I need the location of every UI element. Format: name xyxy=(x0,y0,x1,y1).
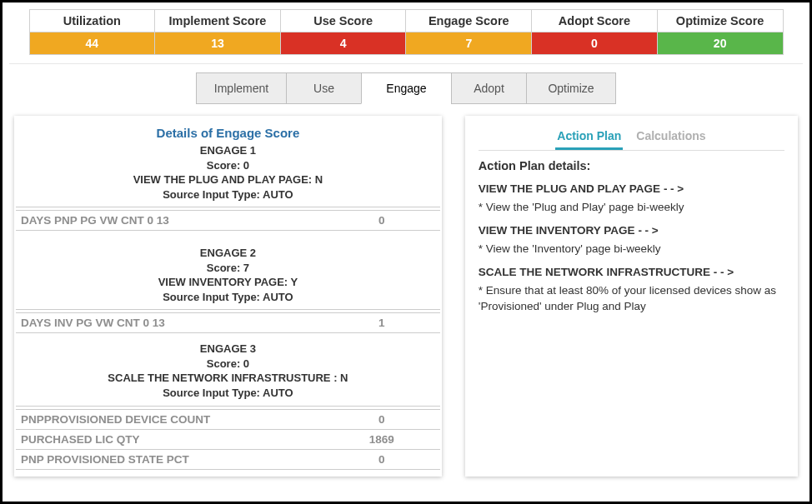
engage2-source: Source Input Type: AUTO xyxy=(16,290,440,305)
tab-use[interactable]: Use xyxy=(286,72,361,104)
metric-value: 1869 xyxy=(332,433,432,446)
action-plan-body-3: * Ensure that at least 80% of your licen… xyxy=(479,283,784,315)
tab-implement[interactable]: Implement xyxy=(196,72,286,104)
engage-details-title: Details of Engage Score xyxy=(16,126,440,140)
score-header-implement: Implement Score xyxy=(155,10,281,32)
score-value-adopt: 0 xyxy=(532,32,658,55)
score-value-implement: 13 xyxy=(155,32,281,55)
divider xyxy=(9,63,803,64)
score-header-optimize: Optimize Score xyxy=(657,10,783,32)
right-tabs: Action Plan Calculations xyxy=(479,126,784,151)
metric-name: DAYS INV PG VW CNT 0 13 xyxy=(21,317,332,329)
score-header-adopt: Adopt Score xyxy=(532,10,658,32)
engage1-source: Source Input Type: AUTO xyxy=(16,187,440,202)
action-plan-head-2: VIEW THE INVENTORY PAGE - - > xyxy=(479,224,784,237)
action-plan-panel: Action Plan Calculations Action Plan det… xyxy=(465,116,798,477)
action-plan-body-2: * View the 'Inventory' page bi-weekly xyxy=(479,242,784,257)
metric-name: DAYS PNP PG VW CNT 0 13 xyxy=(21,214,332,227)
metric-value: 0 xyxy=(332,453,432,466)
score-value-optimize: 20 xyxy=(657,32,783,55)
metric-row: PURCHASED LIC QTY 1869 xyxy=(16,430,440,450)
engage2-desc: VIEW INVENTORY PAGE: Y xyxy=(16,275,440,290)
phase-tabs: Implement Use Engage Adopt Optimize xyxy=(9,72,803,104)
divider xyxy=(16,207,440,207)
score-header-use: Use Score xyxy=(280,10,406,32)
engage2-name: ENGAGE 2 xyxy=(16,246,440,261)
metric-row: PNP PROVISIONED STATE PCT 0 xyxy=(16,450,440,470)
tab-optimize[interactable]: Optimize xyxy=(526,72,616,104)
engage3-desc: SCALE THE NETWORK INFRASTRUSTURE : N xyxy=(16,371,440,386)
score-value-utilization: 44 xyxy=(29,32,155,55)
engage-section-1: ENGAGE 1 Score: 0 VIEW THE PLUG AND PLAY… xyxy=(16,143,440,202)
tab-calculations[interactable]: Calculations xyxy=(634,126,707,150)
engage3-score: Score: 0 xyxy=(16,357,440,372)
engage1-score: Score: 0 xyxy=(16,158,440,173)
metric-value: 0 xyxy=(332,214,432,227)
score-summary-table: Utilization Implement Score Use Score En… xyxy=(29,9,784,55)
tab-action-plan[interactable]: Action Plan xyxy=(555,126,623,150)
metric-row: PNPPROVISIONED DEVICE COUNT 0 xyxy=(16,409,440,430)
engage2-score: Score: 7 xyxy=(16,261,440,276)
action-plan-body-1: * View the 'Plug and Play' page bi-weekl… xyxy=(479,200,784,216)
engage1-desc: VIEW THE PLUG AND PLAY PAGE: N xyxy=(16,172,440,187)
engage-section-2: ENGAGE 2 Score: 7 VIEW INVENTORY PAGE: Y… xyxy=(16,246,440,304)
engage3-source: Source Input Type: AUTO xyxy=(16,386,440,401)
metric-name: PNPPROVISIONED DEVICE COUNT xyxy=(21,413,332,426)
score-header-engage: Engage Score xyxy=(406,10,532,32)
metric-row: DAYS PNP PG VW CNT 0 13 0 xyxy=(16,210,440,231)
score-value-use: 4 xyxy=(280,32,406,55)
engage1-name: ENGAGE 1 xyxy=(16,143,440,158)
metric-value: 1 xyxy=(332,317,432,329)
metric-row: DAYS INV PG VW CNT 0 13 1 xyxy=(16,312,440,333)
action-plan-head-3: SCALE THE NETWORK INFRASTRUCTURE - - > xyxy=(479,266,784,278)
score-value-engage: 7 xyxy=(406,32,532,55)
divider xyxy=(16,309,440,310)
action-plan-title: Action Plan details: xyxy=(479,159,784,172)
metric-name: PNP PROVISIONED STATE PCT xyxy=(21,453,332,466)
engage-section-3: ENGAGE 3 Score: 0 SCALE THE NETWORK INFR… xyxy=(16,342,440,400)
engage-details-panel: Details of Engage Score ENGAGE 1 Score: … xyxy=(14,116,442,477)
score-header-utilization: Utilization xyxy=(29,10,155,32)
tab-adopt[interactable]: Adopt xyxy=(451,72,526,104)
metric-value: 0 xyxy=(332,413,432,426)
tab-engage[interactable]: Engage xyxy=(361,72,451,104)
metric-name: PURCHASED LIC QTY xyxy=(21,433,332,446)
action-plan-head-1: VIEW THE PLUG AND PLAY PAGE - - > xyxy=(479,182,784,195)
divider xyxy=(16,406,440,407)
engage3-name: ENGAGE 3 xyxy=(16,342,440,357)
